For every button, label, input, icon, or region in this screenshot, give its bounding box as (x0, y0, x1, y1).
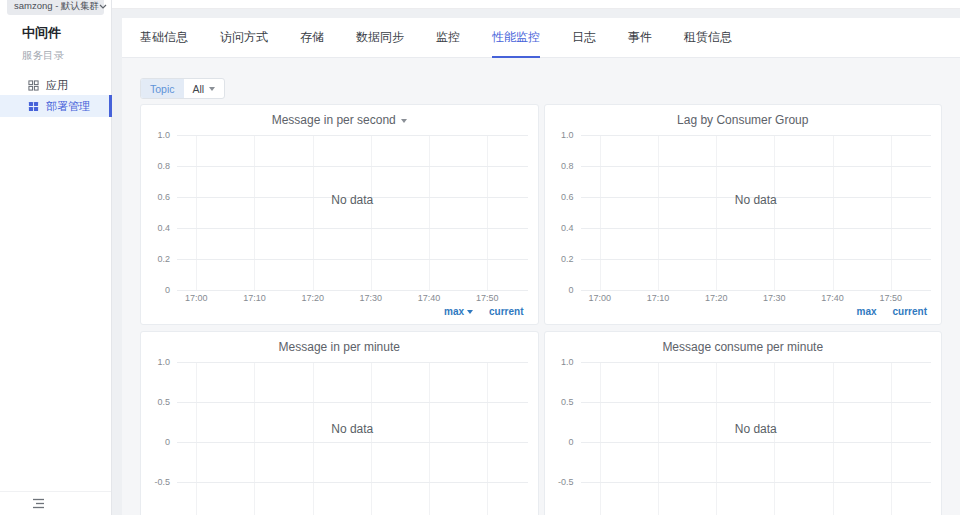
tab-label: 存储 (300, 29, 324, 46)
x-tick-label: 17:30 (763, 293, 786, 303)
collapse-sidebar-icon[interactable] (30, 496, 46, 510)
chart-legend: maxcurrent (555, 303, 932, 320)
y-axis: 1.00.80.60.40.20 (555, 135, 581, 290)
gridline-vertical (196, 135, 197, 290)
x-tick-label: 17:40 (821, 293, 844, 303)
no-data-label: No data (331, 193, 373, 207)
tab-label: 数据同步 (356, 29, 404, 46)
y-tick-label: 1.0 (561, 357, 574, 367)
gridline-horizontal (177, 442, 528, 443)
tab-6[interactable]: 日志 (572, 18, 596, 58)
tab-5[interactable]: 性能监控 (492, 18, 540, 58)
chart-legend: maxcurrent (151, 303, 528, 320)
x-axis: 17:0017:1017:2017:3017:4017:50 (177, 290, 528, 303)
y-tick-label: -0.5 (558, 477, 574, 487)
gridline-vertical (254, 362, 255, 515)
dropdown-caret-icon (401, 119, 407, 123)
sidebar-title: 中间件 (22, 24, 61, 42)
tab-4[interactable]: 监控 (436, 18, 460, 58)
no-data-label: No data (735, 422, 777, 436)
y-tick-label: 0 (165, 285, 170, 295)
x-tick-label: 17:30 (360, 293, 383, 303)
legend-item-current[interactable]: current (489, 306, 523, 317)
x-tick-label: 17:20 (705, 293, 728, 303)
gridline-vertical (774, 362, 775, 515)
tab-3[interactable]: 数据同步 (356, 18, 404, 58)
gridline-vertical (487, 362, 488, 515)
tab-label: 基础信息 (140, 29, 188, 46)
gridline-vertical (371, 362, 372, 515)
y-tick-label: 1.0 (561, 130, 574, 140)
dropdown-caret-icon (209, 87, 215, 91)
gridline-vertical (833, 135, 834, 290)
plot-area: 1.00.80.60.40.20No data (555, 135, 932, 290)
gridline-horizontal (581, 482, 932, 483)
main-panel: 基础信息访问方式存储数据同步监控性能监控日志事件租赁信息 Topic All M… (122, 18, 960, 515)
gridline-vertical (716, 135, 717, 290)
chart-title-row[interactable]: Message in per second (151, 105, 528, 127)
chevron-down-icon (99, 4, 107, 9)
chart-title: Message in per second (272, 113, 396, 127)
sidebar: samzong - 默认集群 中间件 服务目录 应用 部署管理 (0, 0, 112, 515)
apps-icon (28, 80, 39, 91)
legend-item-current[interactable]: current (893, 306, 927, 317)
sidebar-item-deployment[interactable]: 部署管理 (0, 95, 112, 117)
y-tick-label: 0.8 (561, 161, 574, 171)
deployment-icon (28, 101, 39, 112)
tab-2[interactable]: 存储 (300, 18, 324, 58)
gridline-vertical (487, 135, 488, 290)
y-tick-label: 1.0 (157, 130, 170, 140)
y-tick-label: 0.8 (157, 161, 170, 171)
sidebar-item-label: 应用 (46, 78, 68, 93)
chart-title: Message consume per minute (662, 340, 823, 354)
x-axis: 17:0017:1017:2017:3017:4017:50 (581, 290, 932, 303)
no-data-label: No data (331, 422, 373, 436)
gridline-vertical (313, 135, 314, 290)
tab-1[interactable]: 访问方式 (220, 18, 268, 58)
legend-label: current (893, 306, 927, 317)
y-tick-label: 0.6 (561, 192, 574, 202)
y-tick-label: 0.6 (157, 192, 170, 202)
sidebar-item-apps[interactable]: 应用 (0, 74, 112, 96)
y-axis: 1.00.50-0.5-1.0 (151, 362, 177, 515)
gridline-horizontal (177, 259, 528, 260)
topic-filter-label: Topic (141, 79, 184, 98)
tab-label: 租赁信息 (684, 29, 732, 46)
gridline-horizontal (177, 482, 528, 483)
y-tick-label: 0.2 (561, 254, 574, 264)
legend-item-max[interactable]: max (444, 306, 473, 317)
gridline-vertical (371, 135, 372, 290)
gridline-vertical (429, 135, 430, 290)
topic-filter-value[interactable]: All (184, 79, 225, 98)
dropdown-caret-icon (467, 310, 473, 314)
gridline-horizontal (581, 402, 932, 403)
gridline-horizontal (177, 135, 528, 136)
chart-title-row: Message consume per minute (555, 332, 932, 354)
tab-0[interactable]: 基础信息 (140, 18, 188, 58)
cluster-selector[interactable]: samzong - 默认集群 (7, 0, 104, 15)
gridline-horizontal (581, 135, 932, 136)
gridline-vertical (716, 362, 717, 515)
gridline-horizontal (177, 402, 528, 403)
gridline-vertical (774, 135, 775, 290)
tab-8[interactable]: 租赁信息 (684, 18, 732, 58)
legend-item-max[interactable]: max (857, 306, 877, 317)
no-data-label: No data (735, 193, 777, 207)
gridline-vertical (833, 362, 834, 515)
gridline-horizontal (581, 259, 932, 260)
plot-grid: No data (177, 362, 528, 515)
gridline-vertical (429, 362, 430, 515)
legend-label: max (444, 306, 464, 317)
y-tick-label: 0.2 (157, 254, 170, 264)
plot-area: 1.00.50-0.5-1.0No data (555, 362, 932, 515)
plot-grid: No data (177, 135, 528, 290)
y-tick-label: 0.4 (157, 223, 170, 233)
topic-filter-selected: All (193, 83, 205, 95)
topic-filter[interactable]: Topic All (140, 78, 225, 99)
legend-label: max (857, 306, 877, 317)
chart-card-3: Message consume per minute1.00.50-0.5-1.… (544, 331, 943, 515)
content-area: Topic All Message in per second1.00.80.6… (122, 58, 960, 515)
tab-7[interactable]: 事件 (628, 18, 652, 58)
gridline-vertical (658, 135, 659, 290)
chart-grid: Message in per second1.00.80.60.40.20No … (140, 104, 942, 515)
